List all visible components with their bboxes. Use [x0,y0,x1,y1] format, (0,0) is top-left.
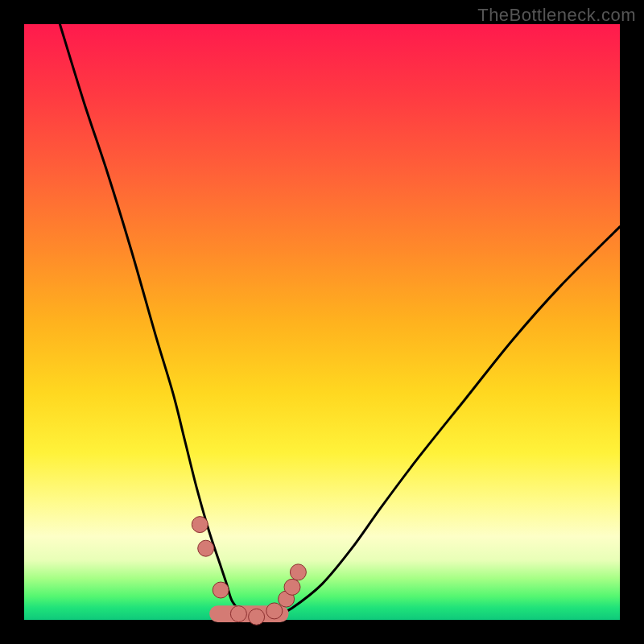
highlight-dot [266,603,283,619]
bottleneck-curve [60,24,620,620]
highlight-dot [230,606,246,622]
watermark-text: TheBottleneck.com [477,5,636,26]
highlight-dot [213,582,229,598]
highlight-dot [192,517,208,533]
highlight-dot [198,540,214,556]
chart-overlay [24,24,620,620]
highlight-dot [284,579,300,595]
highlight-dot [249,609,265,625]
chart-frame: TheBottleneck.com [0,0,644,644]
highlight-dot [290,564,306,580]
